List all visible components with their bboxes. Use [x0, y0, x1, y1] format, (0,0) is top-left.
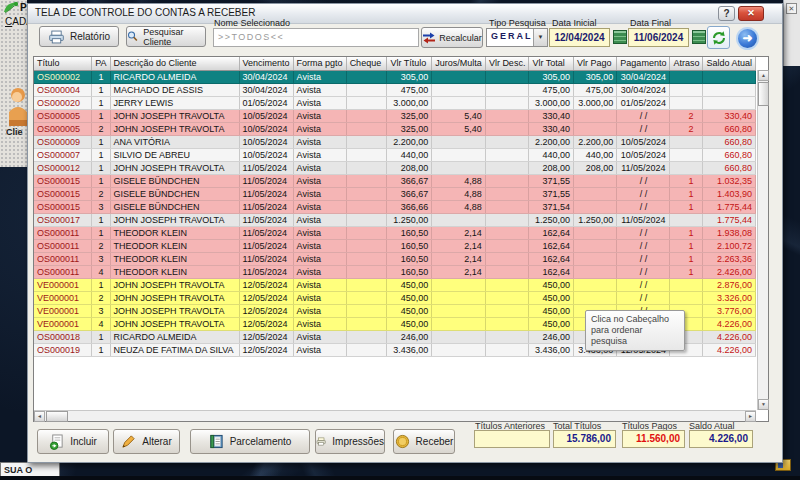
table-row[interactable]: OS0000151GISELE BÜNDCHEN11/05/2024Avista… — [34, 175, 756, 188]
cell: 1 — [670, 227, 703, 240]
go-arrow-button[interactable]: ➜ — [736, 27, 759, 50]
column-header-2[interactable]: Descrição do Cliente — [110, 57, 239, 71]
column-header-13[interactable]: Saldo Atual — [703, 57, 756, 71]
recalculate-button[interactable]: Recalcular — [421, 27, 483, 48]
cell: 11/05/2024 — [239, 227, 293, 240]
horizontal-scrollbar[interactable]: ◄ ► — [34, 410, 756, 421]
chevron-down-icon[interactable]: ▼ — [533, 29, 547, 46]
table-row[interactable]: OS0000091ANA VITÓRIA10/05/2024Avista2.20… — [34, 136, 756, 149]
table-row[interactable]: OS0000153GISELE BÜNDCHEN11/05/2024Avista… — [34, 201, 756, 214]
vertical-scrollbar[interactable]: ▲ ▼ — [757, 70, 768, 410]
table-row[interactable]: OS0000071SILVIO DE ABREU10/05/2024Avista… — [34, 149, 756, 162]
cell: 660,80 — [703, 123, 756, 136]
cell — [432, 292, 486, 305]
report-button[interactable]: Relatório — [39, 26, 119, 47]
cell: Avista — [293, 214, 346, 227]
table-row[interactable]: OS0000041MACHADO DE ASSIS30/04/2024Avist… — [34, 84, 756, 97]
parcelamento-button[interactable]: Parcelamento — [190, 429, 310, 454]
close-button[interactable]: ✕ — [738, 6, 764, 21]
end-date-calendar-icon[interactable] — [692, 30, 706, 44]
search-client-button[interactable]: Pesquisar Cliente — [126, 26, 206, 47]
impressoes-button[interactable]: Impressões — [315, 429, 385, 454]
cell: 660,80 — [703, 162, 756, 175]
cell: Avista — [293, 305, 346, 318]
alterar-button[interactable]: Alterar — [113, 429, 180, 454]
cell: 2.200,00 — [574, 136, 617, 149]
cell — [432, 149, 486, 162]
column-header-1[interactable]: PA — [92, 57, 110, 71]
cell: VE000001 — [34, 292, 92, 305]
panel-close-icon[interactable]: ✕ — [786, 3, 797, 14]
table-row[interactable]: OS0000051JOHN JOSEPH TRAVOLTA10/05/2024A… — [34, 110, 756, 123]
cell — [346, 201, 387, 214]
table-row[interactable]: OS0000152GISELE BÜNDCHEN11/05/2024Avista… — [34, 188, 756, 201]
scroll-down-icon[interactable]: ▼ — [758, 399, 769, 410]
cell: 1 — [670, 201, 703, 214]
cell — [485, 71, 529, 84]
vertical-scroll-thumb[interactable] — [758, 82, 769, 106]
background-window-toolbar: P CADA Clie — [0, 0, 27, 167]
printer-icon — [48, 30, 65, 44]
horizontal-scroll-thumb[interactable] — [46, 411, 68, 422]
cell: Avista — [293, 266, 346, 279]
client-person-icon[interactable] — [5, 86, 27, 128]
table-row[interactable]: OS0000021RICARDO ALMEIDA30/04/2024Avista… — [34, 71, 756, 84]
cell: 4,88 — [432, 201, 486, 214]
help-button[interactable]: ? — [718, 6, 735, 21]
column-header-10[interactable]: Vlr Pago — [574, 57, 617, 71]
table-row[interactable]: OS0000112THEODOR KLEIN11/05/2024Avista16… — [34, 240, 756, 253]
table-row[interactable]: OS0000111THEODOR KLEIN11/05/2024Avista16… — [34, 227, 756, 240]
table-row[interactable]: OS0000121JOHN JOSEPH TRAVOLTA11/05/2024A… — [34, 162, 756, 175]
refresh-button[interactable] — [707, 26, 730, 49]
start-date-input[interactable]: 12/04/2024 — [549, 28, 610, 47]
table-row[interactable]: VE0000011JOHN JOSEPH TRAVOLTA12/05/2024A… — [34, 279, 756, 292]
table-row[interactable]: VE0000012JOHN JOSEPH TRAVOLTA12/05/2024A… — [34, 292, 756, 305]
cell — [703, 84, 756, 97]
cell: 1 — [670, 266, 703, 279]
column-header-5[interactable]: Cheque — [346, 57, 387, 71]
column-header-9[interactable]: Vlr Total — [529, 57, 574, 71]
cell: 1 — [92, 136, 110, 149]
scroll-left-icon[interactable]: ◄ — [34, 411, 45, 422]
cell — [485, 279, 529, 292]
cell: 3 — [92, 253, 110, 266]
cell — [346, 214, 387, 227]
table-row[interactable]: OS0000113THEODOR KLEIN11/05/2024Avista16… — [34, 253, 756, 266]
cell: / / — [617, 123, 670, 136]
table-row[interactable]: OS0000171JOHN JOSEPH TRAVOLTA11/05/2024A… — [34, 214, 756, 227]
cell: 371,55 — [529, 175, 574, 188]
cell: Avista — [293, 201, 346, 214]
column-header-4[interactable]: Forma pgto — [293, 57, 346, 71]
cell: 2 — [92, 240, 110, 253]
column-header-3[interactable]: Vencimento — [239, 57, 293, 71]
scroll-right-icon[interactable]: ► — [745, 411, 756, 422]
total-titles-value: 15.786,00 — [553, 430, 616, 448]
cell: 366,66 — [387, 201, 432, 214]
cell: 4.226,00 — [703, 331, 756, 344]
cell: 3.000,00 — [574, 97, 617, 110]
search-type-combo[interactable]: GERAL ▼ — [486, 28, 548, 47]
column-header-8[interactable]: Vlr Desc. — [485, 57, 529, 71]
column-header-0[interactable]: Título — [34, 57, 92, 71]
column-header-12[interactable]: Atraso — [670, 57, 703, 71]
cell: 160,50 — [387, 240, 432, 253]
cell: THEODOR KLEIN — [110, 227, 239, 240]
cell: 10/05/2024 — [617, 136, 670, 149]
column-header-7[interactable]: Juros/Multa — [432, 57, 486, 71]
table-row[interactable]: OS0000052JOHN JOSEPH TRAVOLTA10/05/2024A… — [34, 123, 756, 136]
cell — [485, 149, 529, 162]
incluir-button[interactable]: Incluir — [37, 429, 109, 454]
cell: 11/05/2024 — [239, 253, 293, 266]
column-header-11[interactable]: Pagamento — [617, 57, 670, 71]
table-row[interactable]: OS0000114THEODOR KLEIN11/05/2024Avista16… — [34, 266, 756, 279]
column-header-6[interactable]: Vlr Título — [387, 57, 432, 71]
selected-name-input[interactable]: >>TODOS<< — [213, 28, 419, 47]
receber-button[interactable]: Receber — [393, 429, 455, 454]
table-row[interactable]: OS0000201JERRY LEWIS01/05/2024Avista3.00… — [34, 97, 756, 110]
cell: 330,40 — [529, 123, 574, 136]
cell — [485, 136, 529, 149]
end-date-input[interactable]: 11/06/2024 — [628, 28, 689, 47]
start-date-calendar-icon[interactable] — [613, 30, 627, 44]
scroll-up-icon[interactable]: ▲ — [758, 70, 769, 81]
cell: 12/05/2024 — [239, 344, 293, 357]
